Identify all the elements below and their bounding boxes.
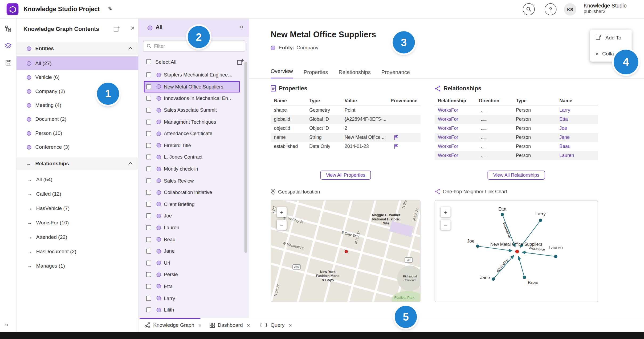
add-to-menu-item[interactable]: Add To xyxy=(590,30,632,46)
item-checkbox[interactable] xyxy=(146,260,151,265)
related-entity-link[interactable]: Larry xyxy=(559,108,570,113)
item-checkbox[interactable] xyxy=(146,96,151,101)
entity-list-item[interactable]: Etta xyxy=(144,281,240,292)
item-checkbox[interactable] xyxy=(146,249,151,254)
relationship-type-item[interactable]: → WorksFor (10) xyxy=(17,215,138,230)
item-checkbox[interactable] xyxy=(146,272,151,277)
view-all-relationships-button[interactable]: View All Relationships xyxy=(487,171,545,180)
node-label[interactable]: Jane xyxy=(480,275,490,280)
item-checkbox[interactable] xyxy=(146,237,151,242)
relationship-type-item[interactable]: → Called (12) xyxy=(17,187,138,201)
save-tool-icon[interactable] xyxy=(4,58,13,67)
tab-provenance[interactable]: Provenance xyxy=(381,69,410,78)
entity-type-item[interactable]: Document (2) xyxy=(17,112,138,126)
entity-list-item[interactable]: Attendance Certificate xyxy=(144,128,240,140)
item-checkbox[interactable] xyxy=(146,167,151,172)
entity-type-item[interactable]: Conference (3) xyxy=(17,140,138,154)
node-label[interactable]: Lauren xyxy=(549,245,563,250)
item-checkbox[interactable] xyxy=(146,72,151,78)
entity-list-item[interactable]: Persie xyxy=(144,269,240,281)
entity-list-item[interactable]: Firebird Title xyxy=(144,140,240,151)
entity-type-item[interactable]: All (27) xyxy=(17,56,138,70)
close-tab-icon[interactable]: × xyxy=(198,322,202,328)
help-button[interactable]: ? xyxy=(545,3,557,15)
relationship-type-item[interactable]: → HasDocument (2) xyxy=(17,244,138,259)
add-item-icon[interactable] xyxy=(113,26,120,33)
zoom-in-button[interactable]: + xyxy=(441,207,451,217)
item-checkbox[interactable] xyxy=(146,190,151,195)
relationship-link[interactable]: WorksFor xyxy=(438,144,458,149)
expand-rail-icon[interactable]: » xyxy=(5,321,8,328)
relationships-section-header[interactable]: → Relationships xyxy=(17,158,138,170)
entities-section-header[interactable]: Entities xyxy=(17,42,138,55)
item-checkbox[interactable] xyxy=(146,155,151,160)
tab-dashboard[interactable]: Dashboard × xyxy=(209,318,250,332)
select-all-checkbox[interactable] xyxy=(146,59,151,64)
tab-query[interactable]: { } Query × xyxy=(260,318,292,332)
item-checkbox[interactable] xyxy=(146,202,151,207)
relationship-link[interactable]: WorksFor xyxy=(438,135,458,140)
item-checkbox[interactable] xyxy=(146,178,151,183)
relationship-type-item[interactable]: → Manages (1) xyxy=(17,259,138,273)
entity-list-item[interactable]: Joe xyxy=(144,210,240,222)
layers-tool-icon[interactable] xyxy=(4,41,13,50)
entity-list-item[interactable]: Managment Techniques xyxy=(144,116,240,128)
avatar[interactable]: KS xyxy=(564,3,576,15)
tab-properties[interactable]: Properties xyxy=(304,69,328,78)
entity-list-item[interactable]: Lauren xyxy=(144,222,240,233)
entity-list-item[interactable]: Lilith xyxy=(144,304,240,316)
item-checkbox[interactable] xyxy=(146,308,151,313)
link-chart[interactable]: Etta Larry Joe Lauren Jane Beau New Meta… xyxy=(435,200,598,302)
entity-list-item[interactable]: Collaboration initiative xyxy=(144,187,240,198)
relationship-link[interactable]: WorksFor xyxy=(438,117,458,122)
provenance-icon[interactable] xyxy=(394,135,398,140)
item-checkbox[interactable] xyxy=(146,84,151,89)
close-tab-icon[interactable]: × xyxy=(247,322,250,328)
node-label[interactable]: Larry xyxy=(535,211,546,216)
search-button[interactable] xyxy=(523,3,535,15)
related-entity-link[interactable]: Beau xyxy=(559,144,570,149)
zoom-out-button[interactable]: − xyxy=(441,220,451,230)
zoom-in-button[interactable]: + xyxy=(277,207,287,217)
relationship-type-item[interactable]: → All (54) xyxy=(17,172,138,187)
node-label[interactable]: Etta xyxy=(498,206,506,211)
entity-list-item[interactable]: Uri xyxy=(144,257,240,269)
item-checkbox[interactable] xyxy=(146,108,151,113)
hierarchy-tool-icon[interactable] xyxy=(4,24,13,33)
geospatial-map[interactable]: Richmond Coliseum Festival Park k Rd W C… xyxy=(271,200,421,302)
view-all-properties-button[interactable]: View All Properties xyxy=(320,171,371,180)
relationship-link[interactable]: WorksFor xyxy=(438,153,458,158)
chevron-up-icon[interactable] xyxy=(128,162,133,165)
entity-list-item[interactable]: New Metal Office Suppliers xyxy=(144,81,240,92)
entity-list-item[interactable]: L. Jones Contract xyxy=(144,151,240,163)
close-panel-icon[interactable]: × xyxy=(131,24,134,33)
related-entity-link[interactable]: Lauren xyxy=(559,153,574,158)
relationship-type-item[interactable]: → Attended (22) xyxy=(17,230,138,244)
relationship-link[interactable]: WorksFor xyxy=(438,126,458,131)
add-selection-icon[interactable] xyxy=(237,59,244,66)
item-checkbox[interactable] xyxy=(146,143,151,148)
node-label[interactable]: Joe xyxy=(467,238,474,243)
entity-type-item[interactable]: Company (2) xyxy=(17,84,138,98)
item-checkbox[interactable] xyxy=(146,131,151,136)
item-checkbox[interactable] xyxy=(146,296,151,301)
entity-list-item[interactable]: Staplers Mechanical Engineering xyxy=(144,69,240,81)
item-checkbox[interactable] xyxy=(146,119,151,124)
related-entity-link[interactable]: Jane xyxy=(559,135,569,140)
entity-type-item[interactable]: Person (10) xyxy=(17,126,138,140)
entity-type-item[interactable]: Meeting (4) xyxy=(17,98,138,112)
app-logo-icon[interactable] xyxy=(7,3,19,15)
entity-list-item[interactable]: Beau xyxy=(144,233,240,245)
provenance-icon[interactable] xyxy=(394,144,398,149)
entity-list-item[interactable]: Montly check-in xyxy=(144,163,240,175)
related-entity-link[interactable]: Etta xyxy=(559,117,568,122)
zoom-out-button[interactable]: − xyxy=(277,220,287,230)
edit-title-icon[interactable]: ✎ xyxy=(108,5,112,12)
entity-list-item[interactable]: Sales Associate Summit xyxy=(144,104,240,116)
collapse-panel-icon[interactable]: « xyxy=(240,23,244,30)
close-tab-icon[interactable]: × xyxy=(289,322,292,328)
tab-overview[interactable]: Overview xyxy=(271,68,293,79)
entity-type-item[interactable]: Vehicle (6) xyxy=(17,70,138,84)
tab-knowledge-graph[interactable]: Knowledge Graph × xyxy=(145,318,202,332)
relationship-type-item[interactable]: → HasVehicle (7) xyxy=(17,201,138,215)
